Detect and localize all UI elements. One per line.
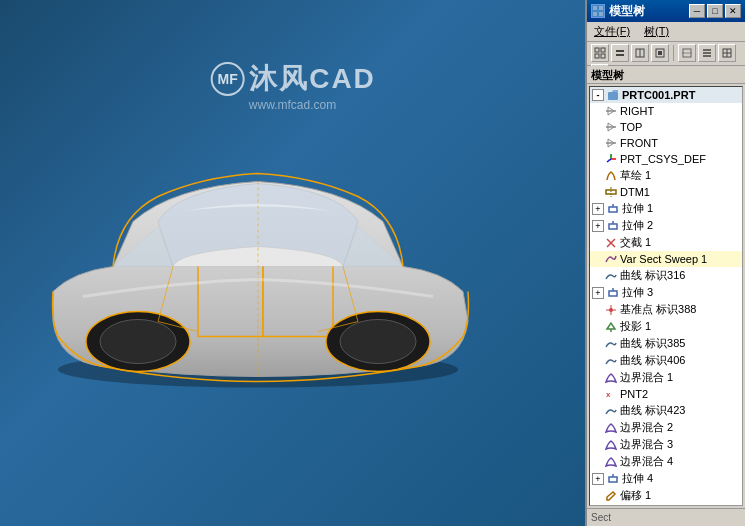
tree-label-cut1: 交截 1 <box>620 235 651 250</box>
svg-rect-43 <box>609 224 617 229</box>
svg-rect-47 <box>609 291 617 296</box>
tree-item-front[interactable]: FRONT <box>590 135 742 151</box>
tree-item-cut1[interactable]: 交截 1 <box>590 234 742 251</box>
toolbar-btn-4[interactable] <box>651 44 669 62</box>
blend-icon-1 <box>604 372 618 384</box>
tree-item-pull3[interactable]: + 拉伸 3 <box>590 284 742 301</box>
tree-label-blend2: 边界混合 2 <box>620 420 673 435</box>
plane-icon-right <box>604 105 618 117</box>
tree-item-dtm1[interactable]: DTM1 <box>590 184 742 200</box>
mf-logo-icon: MF <box>209 61 245 97</box>
car-svg <box>3 122 523 402</box>
tree-item-blend1[interactable]: 边界混合 1 <box>590 369 742 386</box>
tree-item-varsect[interactable]: Var Sect Sweep 1 <box>590 251 742 267</box>
tree-item-pnt2[interactable]: x PNT2 <box>590 386 742 402</box>
menu-file[interactable]: 文件(F) <box>591 23 633 40</box>
project-icon <box>604 321 618 333</box>
svg-rect-15 <box>601 54 605 58</box>
edit-icon <box>604 490 618 502</box>
sweep-icon <box>604 253 618 265</box>
svg-point-0 <box>211 63 243 95</box>
toolbar-separator <box>673 45 674 61</box>
tree-item-csys[interactable]: * PRT_CSYS_DEF <box>590 151 742 167</box>
svg-point-6 <box>340 320 416 364</box>
blend-icon-3 <box>604 439 618 451</box>
tree-item-top[interactable]: TOP <box>590 119 742 135</box>
minimize-button[interactable]: ─ <box>689 4 705 18</box>
tree-item-blend3[interactable]: 边界混合 3 <box>590 436 742 453</box>
tree-item-right[interactable]: RIGHT <box>590 103 742 119</box>
maximize-button[interactable]: □ <box>707 4 723 18</box>
tree-item-root[interactable]: - PRTC001.PRT <box>590 87 742 103</box>
status-text: Sect <box>591 512 611 523</box>
tree-label-blend4: 边界混合 4 <box>620 454 673 469</box>
toolbar-icon-2 <box>614 47 626 59</box>
tree-item-sketch1[interactable]: 草绘 1 <box>590 167 742 184</box>
expand-pull4[interactable]: + <box>592 473 604 485</box>
menu-bar: 文件(F) 树(T) <box>587 22 745 42</box>
tree-label-top: TOP <box>620 121 642 133</box>
panel-title: 模型树 <box>609 3 645 20</box>
tree-item-point388[interactable]: 基准点 标识388 <box>590 301 742 318</box>
toolbar-icon-7 <box>721 47 733 59</box>
logo-brand: 沐风CAD <box>249 60 376 98</box>
plane-icon-front <box>604 137 618 149</box>
svg-rect-54 <box>609 477 617 482</box>
folder-icon <box>606 89 620 101</box>
panel-titlebar: 模型树 ─ □ ✕ <box>587 0 745 22</box>
panel-titlebar-left: 模型树 <box>591 3 645 20</box>
toolbar-btn-1[interactable] <box>591 44 609 62</box>
tree-label-pull3: 拉伸 3 <box>622 285 653 300</box>
svg-rect-21 <box>658 51 662 55</box>
blend-icon-2 <box>604 422 618 434</box>
tree-label-blend1: 边界混合 1 <box>620 370 673 385</box>
tree-label-pull4: 拉伸 4 <box>622 471 653 486</box>
tree-label-pnt2: PNT2 <box>620 388 648 400</box>
tree-item-pull2[interactable]: + 拉伸 2 <box>590 217 742 234</box>
tree-item-pull4[interactable]: + 拉伸 4 <box>590 470 742 487</box>
tree-item-curve406[interactable]: 曲线 标识406 <box>590 352 742 369</box>
expand-pull2[interactable]: + <box>592 220 604 232</box>
tree-item-blend2[interactable]: 边界混合 2 <box>590 419 742 436</box>
toolbar-btn-5[interactable] <box>678 44 696 62</box>
logo-overlay: MF 沐风CAD www.mfcad.com <box>209 60 376 112</box>
tree-item-pull1[interactable]: + 拉伸 1 <box>590 200 742 217</box>
expand-pull1[interactable]: + <box>592 203 604 215</box>
bottom-status: Sect <box>587 508 745 526</box>
tree-label-curve406: 曲线 标识406 <box>620 353 685 368</box>
expand-root[interactable]: - <box>592 89 604 101</box>
menu-tree[interactable]: 树(T) <box>641 23 672 40</box>
point-icon-388 <box>604 304 618 316</box>
cut-icon <box>604 237 618 249</box>
right-panel: 模型树 ─ □ ✕ 文件(F) 树(T) <box>585 0 745 526</box>
toolbar-icon-1 <box>594 47 606 59</box>
expand-pull3[interactable]: + <box>592 287 604 299</box>
svg-rect-12 <box>595 48 599 52</box>
toolbar-btn-2[interactable] <box>611 44 629 62</box>
tree-item-blend4[interactable]: 边界混合 4 <box>590 453 742 470</box>
main-layout: MF 沐风CAD www.mfcad.com <box>0 0 745 526</box>
curve-icon-316 <box>604 270 618 282</box>
pull-icon-3 <box>606 287 620 299</box>
tree-item-project1[interactable]: 投影 1 <box>590 318 742 335</box>
sketch-icon <box>604 170 618 182</box>
car-3d-view <box>3 122 523 405</box>
tree-item-curve423[interactable]: 曲线 标识423 <box>590 402 742 419</box>
toolbar-btn-3[interactable] <box>631 44 649 62</box>
toolbar-btn-6[interactable] <box>698 44 716 62</box>
tree-label-pull1: 拉伸 1 <box>622 201 653 216</box>
tree-item-edit1[interactable]: 偏移 1 <box>590 487 742 504</box>
csys-icon: * <box>604 153 618 165</box>
tree-item-curve316[interactable]: 曲线 标识316 <box>590 267 742 284</box>
tree-label-blend3: 边界混合 3 <box>620 437 673 452</box>
toolbar-btn-7[interactable] <box>718 44 736 62</box>
curve-icon-423 <box>604 405 618 417</box>
tree-item-curve385[interactable]: 曲线 标识385 <box>590 335 742 352</box>
tree-label-varsect: Var Sect Sweep 1 <box>620 253 707 265</box>
svg-rect-16 <box>616 50 624 52</box>
tree-area[interactable]: - PRTC001.PRT RIGHT TOP <box>589 86 743 506</box>
svg-rect-31 <box>608 92 618 100</box>
blend-icon-4 <box>604 456 618 468</box>
close-button[interactable]: ✕ <box>725 4 741 18</box>
svg-rect-14 <box>595 54 599 58</box>
